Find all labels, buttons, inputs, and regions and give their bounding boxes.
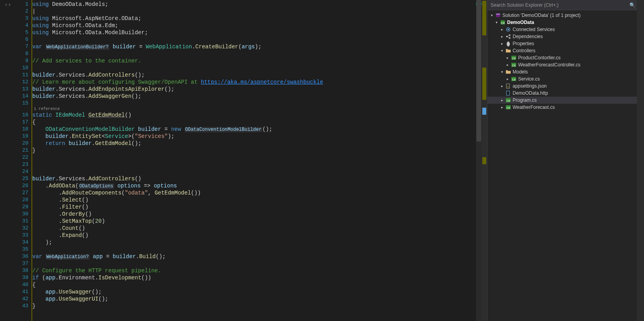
chevron-right-icon[interactable]: ▸ — [499, 42, 505, 46]
code-line[interactable] — [32, 161, 482, 168]
code-line[interactable]: | — [32, 8, 482, 15]
code-line[interactable]: .Filter() — [32, 204, 482, 211]
line-number[interactable]: 30 — [16, 211, 28, 218]
line-number[interactable]: 41 — [16, 288, 28, 295]
line-number[interactable]: 11 — [16, 72, 28, 79]
line-number[interactable]: 3 — [16, 15, 28, 22]
code-line[interactable]: .Count() — [32, 225, 482, 232]
chevron-right-icon[interactable]: ▸ — [499, 105, 505, 109]
line-number[interactable]: 22 — [16, 154, 28, 161]
code-line[interactable]: builder.Services.AddControllers() — [32, 175, 482, 182]
code-line[interactable]: return builder.GetEdmModel(); — [32, 140, 482, 147]
code-line[interactable]: var WebApplicationBuilder? builder = Web… — [32, 43, 482, 50]
line-number[interactable]: 33 — [16, 232, 28, 239]
tree-item-solution-demoodata-1-of-1-project[interactable]: ▾Solution 'DemoOData' (1 of 1 project) — [487, 12, 637, 19]
line-number[interactable]: 24 — [16, 168, 28, 175]
code-line[interactable] — [32, 100, 482, 107]
code-line[interactable]: using Microsoft.OData.Edm; — [32, 22, 482, 29]
tree-item-controllers[interactable]: ▾Controllers — [487, 47, 637, 54]
line-number[interactable]: 35 — [16, 246, 28, 253]
code-line[interactable]: builder.Services.AddEndpointsApiExplorer… — [32, 86, 482, 93]
line-number[interactable]: 18 — [16, 126, 28, 133]
line-number[interactable]: 4 — [16, 22, 28, 29]
code-line[interactable]: .AddOData(ODataOptions options => option… — [32, 182, 482, 189]
line-number[interactable]: 39 — [16, 274, 28, 281]
code-line[interactable]: builder.EntitySet<Service>("Services"); — [32, 133, 482, 140]
chevron-right-icon[interactable]: ▸ — [499, 98, 505, 102]
code-line[interactable]: // Add services to the container. — [32, 57, 482, 64]
line-number-gutter[interactable]: 1234567891011121314151617181920212223242… — [16, 0, 31, 321]
solution-tree[interactable]: ▾Solution 'DemoOData' (1 of 1 project)▾C… — [487, 10, 637, 321]
chevron-down-icon[interactable]: ▾ — [494, 20, 499, 24]
chevron-right-icon[interactable]: ▸ — [499, 35, 505, 39]
code-line[interactable]: ▾static IEdmModel GetEdmModel() — [32, 112, 482, 119]
line-number[interactable]: 37 — [16, 260, 28, 267]
line-number[interactable]: 17 — [16, 119, 28, 126]
code-line[interactable]: } — [32, 147, 482, 154]
line-number[interactable]: 20 — [16, 140, 28, 147]
line-number[interactable]: 27 — [16, 189, 28, 196]
code-line[interactable]: .Select() — [32, 196, 482, 204]
code-line[interactable]: builder.Services.AddControllers(); — [32, 72, 482, 79]
line-number[interactable]: 8 — [16, 50, 28, 57]
line-number[interactable]: 32 — [16, 225, 28, 232]
line-number[interactable]: 28 — [16, 196, 28, 204]
code-line[interactable]: } — [32, 303, 482, 310]
code-text-area[interactable]: ▾using DemoOData.Models;|using Microsoft… — [31, 0, 482, 321]
code-line[interactable]: ▾using DemoOData.Models; — [32, 1, 482, 8]
code-line[interactable] — [32, 50, 482, 57]
line-number[interactable]: 16 — [16, 112, 28, 119]
code-line[interactable]: ); — [32, 239, 482, 246]
tree-item-connected-services[interactable]: ▸Connected Services — [487, 26, 637, 33]
code-line[interactable]: using Microsoft.OData.ModelBuilder; — [32, 29, 482, 36]
code-line[interactable] — [32, 36, 482, 43]
code-line[interactable]: // Configure the HTTP request pipeline. — [32, 267, 482, 274]
code-line[interactable]: { — [32, 281, 482, 288]
code-line[interactable] — [32, 154, 482, 161]
chevron-right-icon[interactable]: ▸ — [505, 56, 510, 60]
line-number[interactable]: 1 — [16, 1, 28, 8]
line-number[interactable]: 40 — [16, 281, 28, 288]
code-line[interactable]: .Expand() — [32, 232, 482, 239]
code-line[interactable]: .OrderBy() — [32, 211, 482, 218]
code-line[interactable]: .SetMaxTop(20) — [32, 218, 482, 225]
line-number[interactable]: 10 — [16, 64, 28, 72]
line-number[interactable]: 14 — [16, 93, 28, 100]
line-number[interactable]: 2 — [16, 8, 28, 15]
chevron-right-icon[interactable]: ▸ — [505, 63, 510, 67]
code-line[interactable] — [32, 64, 482, 72]
tree-item-service-cs[interactable]: ▸C#Service.cs — [487, 75, 637, 83]
code-line[interactable]: ▾if (app.Environment.IsDevelopment()) — [32, 274, 482, 281]
line-number[interactable]: 9 — [16, 57, 28, 64]
tree-item-weatherforecastcontroller-cs[interactable]: ▸C#WeatherForecastController.cs — [487, 61, 637, 68]
code-line[interactable]: using Microsoft.AspNetCore.OData; — [32, 15, 482, 22]
line-number[interactable]: 38 — [16, 267, 28, 274]
chevron-right-icon[interactable]: ▸ — [505, 77, 510, 81]
line-number[interactable]: 5 — [16, 29, 28, 36]
code-line[interactable]: .AddRouteComponents("odata", GetEdmModel… — [32, 189, 482, 196]
line-number[interactable]: 31 — [16, 218, 28, 225]
scrollbar-thumb[interactable] — [476, 0, 481, 141]
vertical-scrollbar[interactable] — [476, 0, 482, 321]
line-number[interactable]: 21 — [16, 147, 28, 154]
line-number[interactable]: 12 — [16, 79, 28, 86]
chevron-down-icon[interactable]: ▾ — [499, 49, 505, 53]
line-number[interactable]: 15 — [16, 100, 28, 107]
tree-item-properties[interactable]: ▸Properties — [487, 40, 637, 47]
code-line[interactable]: { — [32, 119, 482, 126]
tree-item-dependencies[interactable]: ▸Dependencies — [487, 33, 637, 40]
chevron-down-icon[interactable]: ▾ — [489, 13, 495, 17]
code-line[interactable]: app.UseSwaggerUI(); — [32, 295, 482, 303]
line-number[interactable]: 34 — [16, 239, 28, 246]
chevron-down-icon[interactable]: ▾ — [499, 70, 505, 74]
tree-item-weatherforecast-cs[interactable]: ▸C#WeatherForecast.cs — [487, 104, 637, 111]
code-line[interactable]: var WebApplication? app = builder.Build(… — [32, 253, 482, 260]
code-line[interactable] — [32, 260, 482, 267]
line-number[interactable]: 43 — [16, 303, 28, 310]
line-number[interactable]: 13 — [16, 86, 28, 93]
search-icon[interactable]: 🔍 — [627, 2, 637, 8]
code-line[interactable] — [32, 168, 482, 175]
chevron-right-icon[interactable]: ▸ — [499, 84, 505, 88]
tree-item-appsettings-json[interactable]: ▸{}appsettings.json — [487, 83, 637, 90]
line-number[interactable]: 29 — [16, 204, 28, 211]
